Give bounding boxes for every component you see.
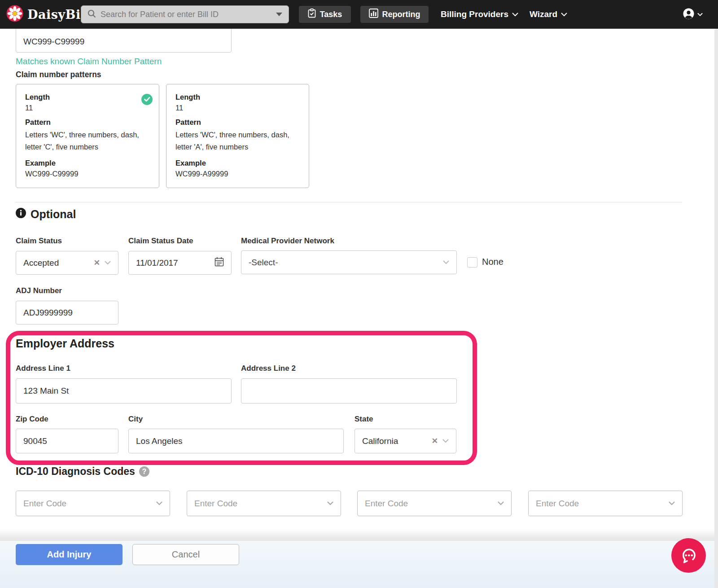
- calendar-icon[interactable]: [215, 257, 224, 269]
- mpn-value: -Select-: [249, 258, 438, 268]
- length-value: 11: [175, 104, 300, 112]
- mpn-label: Medical Provider Network: [241, 237, 334, 246]
- address-line2-label: Address Line 2: [241, 364, 296, 373]
- icd10-code-placeholder: Enter Code: [365, 499, 493, 509]
- info-icon: [16, 208, 26, 221]
- claim-number-input[interactable]: [23, 37, 224, 47]
- claim-status-select[interactable]: Accepted ✕: [16, 251, 118, 275]
- patient-search[interactable]: [81, 5, 289, 23]
- address-line2-input[interactable]: [249, 386, 449, 396]
- zip-code-label: Zip Code: [16, 415, 48, 424]
- address-line1-input[interactable]: [23, 386, 224, 396]
- billing-providers-label: Billing Providers: [441, 9, 508, 19]
- footer-shadow: [0, 529, 718, 541]
- example-value: WC999-A99999: [175, 170, 300, 178]
- help-question-icon[interactable]: ?: [139, 466, 149, 477]
- state-label: State: [355, 415, 373, 424]
- search-input[interactable]: [101, 10, 271, 19]
- mpn-none-checkbox[interactable]: [467, 257, 477, 268]
- length-label: Length: [25, 93, 150, 101]
- city-input[interactable]: [136, 436, 336, 446]
- icd10-code-select-1[interactable]: Enter Code: [16, 491, 170, 516]
- optional-heading-text: Optional: [31, 208, 76, 221]
- chat-bubble-icon: [679, 546, 699, 566]
- icd10-code-select-4[interactable]: Enter Code: [528, 491, 683, 516]
- cancel-button[interactable]: Cancel: [132, 544, 239, 565]
- zip-code-input[interactable]: [23, 436, 111, 446]
- pattern-matched-check-icon: [141, 94, 153, 105]
- city-label: City: [128, 415, 143, 424]
- chevron-down-icon: [669, 501, 675, 505]
- wizard-label: Wizard: [530, 9, 557, 19]
- daisy-flower-logo-icon: [6, 5, 23, 24]
- section-divider: [16, 202, 682, 202]
- chevron-down-icon: [512, 13, 518, 17]
- reporting-label: Reporting: [382, 10, 420, 19]
- length-value: 11: [25, 104, 150, 112]
- icd10-code-select-3[interactable]: Enter Code: [357, 491, 512, 516]
- chevron-down-icon: [498, 501, 504, 505]
- chat-widget-button[interactable]: [671, 538, 706, 573]
- icd10-code-placeholder: Enter Code: [536, 499, 664, 509]
- adj-number-label: ADJ Number: [16, 286, 62, 295]
- example-value: WC999-C99999: [25, 170, 150, 178]
- scrollbar[interactable]: [714, 29, 718, 588]
- claim-patterns-heading: Claim number patterns: [16, 70, 101, 79]
- icd10-code-placeholder: Enter Code: [23, 499, 152, 509]
- chevron-down-icon: [442, 439, 449, 443]
- bar-chart-icon: [369, 9, 378, 20]
- tasks-label: Tasks: [320, 10, 342, 19]
- adj-number-field[interactable]: [16, 301, 118, 325]
- mpn-none-label: None: [482, 257, 503, 267]
- claim-pattern-card: Length 11 Pattern Letters 'WC', three nu…: [16, 84, 159, 188]
- search-dropdown-caret-icon[interactable]: [276, 13, 282, 16]
- chevron-down-icon: [105, 261, 111, 265]
- wizard-menu[interactable]: Wizard: [530, 0, 567, 29]
- pattern-label: Pattern: [25, 118, 150, 127]
- search-icon: [88, 9, 96, 20]
- city-field[interactable]: [128, 429, 344, 453]
- top-navbar: DaisyBill Tasks R: [0, 0, 718, 29]
- example-label: Example: [175, 159, 300, 167]
- icd10-heading: ICD-10 Diagnosis Codes ?: [16, 465, 149, 478]
- claim-status-date-label: Claim Status Date: [128, 237, 193, 246]
- pattern-text: Letters 'WC', three numbers, dash, lette…: [25, 129, 150, 153]
- state-value: California: [362, 436, 427, 446]
- claim-status-date-input[interactable]: [136, 258, 215, 268]
- tasks-button[interactable]: Tasks: [299, 6, 351, 23]
- mpn-select[interactable]: -Select-: [241, 250, 457, 274]
- address-line2-field[interactable]: [241, 378, 457, 404]
- user-avatar-icon: [683, 8, 694, 21]
- clear-state-icon[interactable]: ✕: [432, 437, 438, 445]
- address-line1-label: Address Line 1: [16, 364, 70, 373]
- claim-status-value: Accepted: [23, 258, 89, 268]
- zip-code-field[interactable]: [16, 429, 118, 453]
- brand[interactable]: DaisyBill: [6, 0, 90, 29]
- example-label: Example: [25, 159, 150, 167]
- icd10-heading-text: ICD-10 Diagnosis Codes: [16, 465, 135, 478]
- reporting-button[interactable]: Reporting: [360, 6, 429, 23]
- icd10-code-select-2[interactable]: Enter Code: [187, 491, 341, 516]
- length-label: Length: [175, 93, 300, 101]
- claim-status-label: Claim Status: [16, 237, 62, 246]
- claim-pattern-card: Length 11 Pattern Letters 'WC', three nu…: [166, 84, 309, 188]
- chevron-down-icon: [443, 260, 449, 264]
- address-line1-field[interactable]: [16, 378, 232, 404]
- clear-claim-status-icon[interactable]: ✕: [94, 259, 100, 267]
- user-account-menu[interactable]: [683, 0, 703, 29]
- chevron-down-icon: [327, 501, 333, 505]
- chevron-down-icon: [561, 13, 567, 17]
- chevron-down-icon: [697, 13, 703, 17]
- add-injury-button[interactable]: Add Injury: [16, 544, 123, 565]
- state-select[interactable]: California ✕: [355, 429, 456, 453]
- claim-status-date-field[interactable]: [128, 251, 232, 275]
- clipboard-check-icon: [308, 9, 316, 20]
- chevron-down-icon: [156, 501, 162, 505]
- claim-pattern-match-message: Matches known Claim Number Pattern: [16, 57, 162, 66]
- adj-number-input[interactable]: [23, 308, 111, 318]
- pattern-label: Pattern: [175, 118, 300, 127]
- pattern-text: Letters 'WC', three numbers, dash, lette…: [175, 129, 300, 153]
- optional-section-heading: Optional: [16, 208, 76, 221]
- employer-address-heading: Employer Address: [16, 337, 114, 350]
- billing-providers-menu[interactable]: Billing Providers: [441, 0, 518, 29]
